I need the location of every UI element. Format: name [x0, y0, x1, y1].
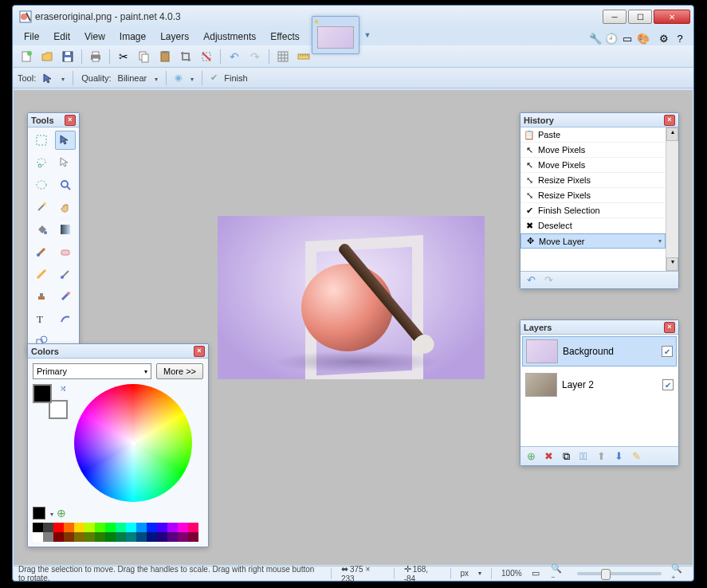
- palette-swatch[interactable]: [126, 532, 136, 542]
- zoom-window-icon[interactable]: ▭: [532, 568, 540, 578]
- layers-toggle-icon[interactable]: ▭: [620, 31, 634, 45]
- tool-move-selected-pixels[interactable]: [55, 153, 76, 172]
- palette-swatch[interactable]: [95, 523, 105, 532]
- tool-color-picker[interactable]: [55, 265, 76, 284]
- layer-item[interactable]: Background✔: [522, 336, 677, 367]
- tool-clone-stamp[interactable]: [31, 287, 52, 306]
- palette-swatch[interactable]: [64, 523, 74, 532]
- palette-swatch[interactable]: [105, 523, 116, 532]
- layer-properties-icon[interactable]: ✎: [629, 449, 643, 464]
- palette-swatch[interactable]: [84, 523, 95, 532]
- layer-down-icon[interactable]: ⬇: [611, 449, 626, 464]
- palette-swatch[interactable]: [157, 532, 167, 542]
- swap-colors-icon[interactable]: ⤭: [60, 384, 66, 393]
- paste-icon[interactable]: [156, 48, 174, 65]
- layer-visibility-checkbox[interactable]: ✔: [662, 379, 674, 390]
- ruler-icon[interactable]: [295, 48, 312, 65]
- palette-swatch[interactable]: [188, 532, 198, 542]
- layer-add-icon[interactable]: ⊕: [524, 449, 538, 464]
- zoom-out-icon[interactable]: 🔍⁻: [551, 563, 566, 584]
- save-icon[interactable]: [59, 48, 77, 65]
- tool-magic-wand[interactable]: [31, 198, 52, 217]
- tools-panel-close-icon[interactable]: ×: [65, 115, 76, 126]
- color-mode-select[interactable]: Primary: [33, 363, 151, 379]
- menu-adjustments[interactable]: Adjustments: [197, 29, 262, 44]
- history-redo-icon[interactable]: ↷: [541, 273, 556, 288]
- menu-view[interactable]: View: [78, 29, 112, 44]
- palette-swatch[interactable]: [95, 532, 105, 542]
- menu-layers[interactable]: Layers: [154, 29, 195, 44]
- history-scrollbar[interactable]: [666, 127, 678, 271]
- tool-eraser[interactable]: [55, 242, 76, 261]
- palette-swatch[interactable]: [105, 532, 116, 542]
- palette-swatch[interactable]: [64, 532, 74, 542]
- palette-swatch[interactable]: [84, 532, 95, 542]
- menu-edit[interactable]: Edit: [47, 29, 77, 44]
- finish-label[interactable]: Finish: [224, 73, 247, 83]
- palette-swatch[interactable]: [178, 532, 188, 542]
- sampling-icon[interactable]: ◉: [175, 73, 183, 83]
- finish-check-icon[interactable]: ✔: [210, 73, 218, 83]
- layer-visibility-checkbox[interactable]: ✔: [662, 346, 673, 357]
- layer-duplicate-icon[interactable]: ⧉: [559, 449, 573, 464]
- canvas-image[interactable]: [218, 216, 485, 379]
- palette-swatch[interactable]: [136, 523, 147, 532]
- current-color-swatch[interactable]: [33, 507, 45, 519]
- palette-swatch[interactable]: [157, 523, 167, 532]
- tool-gradient[interactable]: [55, 220, 76, 239]
- history-item[interactable]: ↖Move Pixels: [520, 158, 666, 173]
- status-unit[interactable]: px: [461, 569, 469, 578]
- tools-panel[interactable]: Tools× T: [27, 112, 80, 355]
- open-file-icon[interactable]: [38, 48, 56, 65]
- palette-swatch[interactable]: [147, 532, 157, 542]
- colors-panel[interactable]: Colors× Primary More >> ⤭ ⊕: [27, 343, 209, 547]
- history-item[interactable]: ↖Move Pixels: [520, 143, 666, 158]
- tool-recolor[interactable]: [55, 287, 76, 306]
- color-swatches[interactable]: ⤭: [33, 384, 68, 419]
- history-undo-icon[interactable]: ↶: [524, 273, 538, 288]
- colors-toggle-icon[interactable]: 🎨: [636, 31, 650, 45]
- sampling-dropdown[interactable]: [189, 73, 194, 83]
- help-icon[interactable]: ?: [673, 31, 687, 45]
- settings-icon[interactable]: ⚙: [657, 31, 671, 45]
- palette-swatch[interactable]: [167, 523, 178, 532]
- palette-swatch[interactable]: [43, 523, 53, 532]
- active-tool-icon[interactable]: [42, 73, 53, 84]
- history-item[interactable]: ✔Finish Selection: [520, 203, 666, 218]
- redo-icon[interactable]: ↷: [246, 48, 264, 65]
- foreground-color-swatch[interactable]: [33, 384, 52, 403]
- palette-swatch[interactable]: [53, 523, 64, 532]
- layer-up-icon[interactable]: ⬆: [594, 449, 608, 464]
- history-item[interactable]: 📋Paste: [520, 127, 666, 143]
- palette-swatch[interactable]: [53, 532, 64, 542]
- tool-move-selection[interactable]: [55, 131, 76, 150]
- tool-lasso[interactable]: [31, 153, 52, 172]
- palette-swatch[interactable]: [33, 523, 43, 532]
- close-button[interactable]: ✕: [654, 10, 690, 24]
- tool-paintbrush[interactable]: [31, 242, 52, 261]
- current-color-dropdown[interactable]: [49, 508, 53, 519]
- quality-value[interactable]: Bilinear: [118, 73, 147, 83]
- copy-icon[interactable]: [136, 48, 153, 65]
- layers-panel[interactable]: Layers× Background✔Layer 2✔ ⊕ ✖ ⧉ ⬇⃝ ⬆ ⬇…: [520, 319, 679, 466]
- tool-rect-select[interactable]: [31, 131, 52, 150]
- new-file-icon[interactable]: [18, 48, 35, 65]
- tool-pan[interactable]: [55, 198, 76, 217]
- palette-swatch[interactable]: [188, 523, 198, 532]
- history-panel-close-icon[interactable]: ×: [664, 115, 675, 126]
- colors-panel-close-icon[interactable]: ×: [194, 346, 205, 357]
- history-item[interactable]: ✥Move Layer▾: [520, 233, 666, 249]
- palette-swatch[interactable]: [126, 523, 136, 532]
- tool-ellipse-select[interactable]: [31, 175, 52, 194]
- palette-swatch[interactable]: [116, 532, 126, 542]
- tool-dropdown[interactable]: [60, 73, 65, 83]
- colors-more-button[interactable]: More >>: [156, 363, 203, 379]
- color-wheel-cursor[interactable]: [131, 441, 137, 447]
- history-item[interactable]: ⤡Resize Pixels: [520, 173, 666, 188]
- palette-swatch[interactable]: [167, 532, 178, 542]
- document-thumb[interactable]: ★: [312, 16, 359, 54]
- history-item[interactable]: ✖Deselect: [520, 218, 666, 233]
- crop-icon[interactable]: [177, 48, 194, 65]
- tools-toggle-icon[interactable]: 🔧: [588, 31, 603, 45]
- layer-merge-icon[interactable]: ⬇⃝: [576, 449, 591, 464]
